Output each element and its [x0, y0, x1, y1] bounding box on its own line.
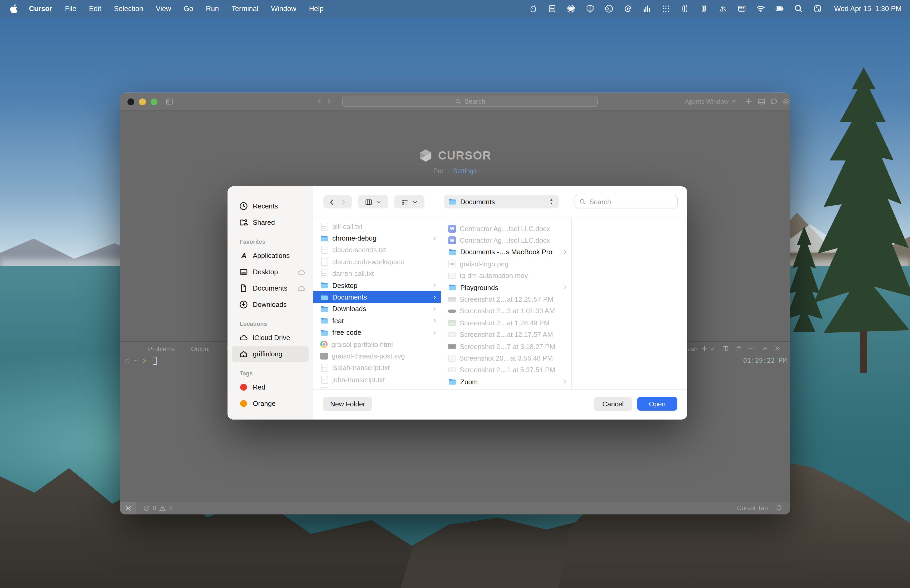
menu-edit[interactable]: Edit [89, 5, 101, 13]
nav-back-icon[interactable] [316, 98, 323, 105]
file-row[interactable]: john-transcript.txt [314, 374, 441, 386]
spotlight-icon[interactable] [794, 4, 803, 13]
menu-view[interactable]: View [156, 5, 171, 13]
minimize-button[interactable] [139, 98, 146, 105]
shortcuts-icon[interactable] [737, 4, 746, 13]
file-row[interactable]: chrome-debug [314, 233, 441, 244]
diagnostics[interactable]: 0 0 [143, 504, 172, 512]
file-row[interactable]: Playgrounds [441, 282, 571, 294]
file-row[interactable]: graisol-logo.png [441, 258, 571, 270]
sidebar-item-applications[interactable]: AApplications [232, 247, 309, 264]
stats-bars-icon[interactable] [642, 4, 651, 13]
group-by-button[interactable] [394, 195, 425, 208]
file-row[interactable]: Screenshot 2…3 at 1.01.33 AM [441, 305, 571, 317]
new-folder-button[interactable]: New Folder [323, 397, 372, 410]
open-button[interactable]: Open [637, 397, 677, 410]
file-row[interactable]: Screenshot 20…at 3.56.48 PM [441, 352, 571, 364]
back-icon[interactable] [328, 198, 335, 205]
tab-problems[interactable]: Problems [148, 345, 175, 353]
spiral-icon[interactable] [624, 4, 632, 13]
new-tab-icon[interactable] [745, 97, 753, 105]
file-row[interactable]: WContractor Ag…Isol LLC.docx [441, 234, 571, 246]
file-row[interactable]: Desktop [314, 279, 441, 291]
sidebar-item-documents[interactable]: Documents [232, 280, 309, 296]
menu-file[interactable]: File [65, 5, 77, 13]
file-row[interactable]: Screenshot 2…at 1.28.49 PM [441, 317, 571, 329]
maximize-panel-icon[interactable] [762, 345, 768, 352]
sidebar-item-downloads[interactable]: Downloads [232, 296, 309, 313]
panel-toggle-icon[interactable] [757, 97, 766, 106]
sidebar-item-recents[interactable]: Recents [232, 198, 309, 214]
notifications-bell-icon[interactable] [775, 504, 782, 512]
chat-icon[interactable] [770, 97, 778, 105]
notes-icon[interactable] [548, 4, 557, 13]
apple-menu-icon[interactable] [10, 4, 18, 13]
menu-window[interactable]: Window [271, 5, 296, 13]
titlebar-search[interactable]: Search [342, 96, 598, 107]
close-panel-icon[interactable] [774, 345, 781, 352]
control-center-icon[interactable] [813, 4, 822, 13]
rays-icon[interactable] [718, 4, 727, 13]
ollama-icon[interactable] [529, 4, 538, 13]
file-row[interactable]: Screenshot 2…1 at 5.37.51 PM [441, 364, 571, 376]
menu-run[interactable]: Run [206, 5, 219, 13]
file-row[interactable]: Downloads [314, 303, 441, 315]
sidebar-item-shared[interactable]: Shared [232, 214, 309, 231]
new-terminal-icon[interactable] [701, 345, 708, 352]
file-row[interactable]: Zoom [441, 376, 571, 388]
terminal-clock-icon[interactable] [605, 4, 614, 13]
zoom-button[interactable] [150, 98, 157, 105]
window-titlebar[interactable]: Search Agents Window [120, 93, 790, 111]
terminal-prompt[interactable]: ~ [125, 357, 157, 365]
settings-gear-icon[interactable] [782, 97, 790, 105]
file-row[interactable]: claude-secrets.txt [314, 244, 441, 256]
file-row[interactable]: ig-dm-automation.mov [441, 270, 571, 282]
file-row[interactable]: Documents [314, 291, 441, 303]
file-row[interactable]: feat [314, 315, 441, 326]
file-row[interactable]: free-code [314, 326, 441, 338]
terminal-dropdown-icon[interactable] [710, 347, 714, 352]
file-row[interactable]: Screenshot 2…at 12.25.57 PM [441, 294, 571, 305]
wifi-icon[interactable] [756, 4, 765, 13]
forward-icon[interactable] [339, 198, 347, 205]
nav-buttons[interactable] [323, 195, 352, 208]
more-actions-icon[interactable] [748, 345, 755, 352]
shell-label[interactable]: zsh [688, 345, 698, 353]
cancel-button[interactable]: Cancel [594, 397, 632, 410]
menu-go[interactable]: Go [184, 5, 193, 13]
dialog-search-field[interactable]: Search [575, 195, 678, 208]
menu-selection[interactable]: Selection [114, 5, 143, 13]
close-button[interactable] [128, 98, 134, 105]
sidebar-item-desktop[interactable]: Desktop [232, 264, 309, 280]
sidebar-toggle-icon[interactable] [165, 97, 174, 106]
airpods-icon[interactable] [699, 4, 708, 13]
view-mode-button[interactable] [358, 195, 388, 208]
battery-icon[interactable] [775, 4, 784, 13]
menu-terminal[interactable]: Terminal [231, 5, 258, 13]
remote-indicator[interactable] [120, 502, 136, 514]
sidebar-item-griffinlong[interactable]: griffinlong [232, 346, 309, 362]
file-row[interactable]: darren-call.txt [314, 268, 441, 279]
location-dropdown[interactable]: Documents [444, 195, 559, 208]
file-row[interactable]: graisol-portfolio.html [314, 338, 441, 351]
menu-help[interactable]: Help [309, 5, 323, 13]
split-terminal-icon[interactable] [722, 345, 729, 352]
file-row[interactable]: isaiah-transcript.txt [314, 362, 441, 374]
keys-icon[interactable] [680, 4, 689, 13]
menu-app-name[interactable]: Cursor [29, 5, 52, 13]
agents-window-link[interactable]: Agents Window [685, 98, 737, 105]
file-row[interactable]: juliete-call.txt [314, 386, 441, 389]
cursor-tab-label[interactable]: Cursor Tab [737, 504, 768, 512]
file-row[interactable]: graisol-threads-post.svg [314, 351, 441, 362]
tab-output[interactable]: Output [191, 345, 210, 353]
dots-grid-icon[interactable] [661, 4, 671, 13]
file-row[interactable]: Screenshot 2…at 12.17.57 AM [441, 329, 571, 341]
file-row[interactable]: claude.code-workspace [314, 256, 441, 268]
settings-link[interactable]: Settings [453, 167, 477, 175]
file-row[interactable]: WContractor Ag…Isol LLC.docx [441, 223, 571, 234]
menu-bar-clock[interactable]: Wed Apr 15 1:30 PM [834, 5, 902, 13]
sidebar-item-orange[interactable]: Orange [232, 395, 309, 412]
sidebar-item-icloud-drive[interactable]: iCloud Drive [232, 330, 309, 346]
starburst-icon[interactable] [567, 4, 575, 13]
shield-icon[interactable] [586, 4, 595, 13]
